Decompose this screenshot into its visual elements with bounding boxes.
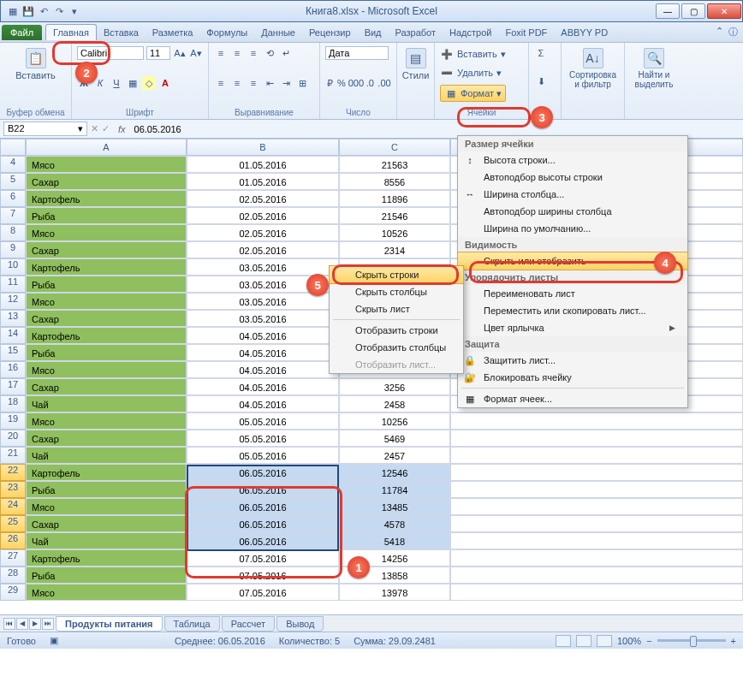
select-all-corner[interactable]: [0, 139, 26, 156]
comma-icon[interactable]: 000: [349, 76, 363, 90]
view-layout-icon[interactable]: [576, 635, 591, 647]
submenu-show-sheet[interactable]: Отобразить лист...: [330, 356, 463, 373]
delete-cells-button[interactable]: ➖Удалить ▾: [440, 65, 523, 80]
paste-button[interactable]: 📋 Вставить: [5, 46, 66, 82]
cell[interactable]: Картофель: [26, 190, 187, 207]
cell[interactable]: 03.05.2016: [187, 258, 339, 276]
cell[interactable]: 03.05.2016: [187, 310, 339, 327]
cell-empty[interactable]: [450, 567, 743, 584]
tab-insert[interactable]: Вставка: [97, 25, 146, 40]
menu-move-sheet[interactable]: Переместить или скопировать лист...: [458, 302, 687, 319]
sheet-nav-next-icon[interactable]: ▶: [29, 618, 41, 630]
col-header-a[interactable]: A: [26, 139, 187, 156]
submenu-hide-rows[interactable]: Скрыть строки: [329, 265, 464, 284]
font-size-input[interactable]: [146, 46, 170, 60]
submenu-show-rows[interactable]: Отобразить строки: [330, 322, 463, 339]
cell[interactable]: Чай: [26, 532, 187, 549]
macro-record-icon[interactable]: ▣: [50, 635, 58, 646]
format-cells-button[interactable]: ▦Формат ▾: [440, 84, 523, 103]
cell[interactable]: 04.05.2016: [187, 344, 339, 361]
row-header[interactable]: 16: [0, 361, 26, 378]
cell[interactable]: 3256: [339, 378, 450, 395]
cell-empty[interactable]: [450, 532, 743, 549]
inc-decimal-icon[interactable]: .0: [366, 76, 375, 90]
row-header[interactable]: 18: [0, 395, 26, 412]
row-header[interactable]: 4: [0, 156, 26, 173]
submenu-hide-sheet[interactable]: Скрыть лист: [330, 300, 463, 317]
formula-input[interactable]: 06.05.2016: [134, 124, 740, 134]
cell[interactable]: 10526: [339, 224, 450, 241]
cell[interactable]: Рыба: [26, 567, 187, 584]
cell[interactable]: Чай: [26, 447, 187, 464]
orientation-icon[interactable]: ⟲: [263, 46, 276, 60]
row-header[interactable]: 29: [0, 584, 26, 601]
align-right-icon[interactable]: ≡: [247, 76, 260, 90]
cell[interactable]: Мясо: [26, 584, 187, 601]
cell[interactable]: 8556: [339, 173, 450, 190]
col-header-b[interactable]: B: [187, 139, 339, 156]
cell[interactable]: 02.05.2016: [187, 207, 339, 224]
cell-empty[interactable]: [450, 430, 743, 447]
menu-tab-color[interactable]: Цвет ярлычка▶: [458, 319, 687, 336]
cell[interactable]: 2314: [339, 241, 450, 258]
cell[interactable]: 11784: [339, 481, 450, 498]
cell[interactable]: Мясо: [26, 412, 187, 430]
cell[interactable]: 4578: [339, 515, 450, 532]
redo-icon[interactable]: ↷: [52, 4, 66, 18]
row-header[interactable]: 13: [0, 310, 26, 327]
cell[interactable]: 02.05.2016: [187, 190, 339, 207]
cell[interactable]: Сахар: [26, 173, 187, 190]
cell[interactable]: Картофель: [26, 258, 187, 276]
indent-inc-icon[interactable]: ⇥: [279, 76, 293, 90]
row-header[interactable]: 24: [0, 498, 26, 515]
cell-empty[interactable]: [450, 515, 743, 532]
cell[interactable]: Мясо: [26, 498, 187, 515]
row-header[interactable]: 27: [0, 549, 26, 567]
currency-icon[interactable]: ₽: [325, 76, 334, 90]
sheet-tab-2[interactable]: Рассчет: [222, 616, 276, 632]
insert-cells-button[interactable]: ➕Вставить ▾: [440, 46, 523, 62]
sheet-tab-1[interactable]: Таблица: [164, 616, 220, 632]
tab-formulas[interactable]: Формулы: [199, 25, 254, 40]
menu-protect-sheet[interactable]: 🔒Защитить лист...: [458, 352, 687, 369]
cell[interactable]: 21563: [339, 156, 450, 173]
cell[interactable]: Сахар: [26, 430, 187, 447]
row-header[interactable]: 19: [0, 412, 26, 430]
cell[interactable]: Картофель: [26, 327, 187, 344]
merge-icon[interactable]: ⊞: [295, 76, 309, 90]
row-header[interactable]: 11: [0, 276, 26, 293]
cell[interactable]: Сахар: [26, 515, 187, 532]
row-header[interactable]: 20: [0, 430, 26, 447]
close-button[interactable]: ✕: [707, 3, 741, 19]
row-header[interactable]: 23: [0, 481, 26, 498]
tab-abbyy[interactable]: ABBYY PD: [554, 25, 615, 40]
cell[interactable]: Мясо: [26, 156, 187, 173]
font-color-icon[interactable]: A: [158, 76, 172, 90]
decrease-font-icon[interactable]: A▾: [189, 46, 203, 60]
menu-col-width[interactable]: ↔Ширина столбца...: [458, 186, 687, 203]
cell[interactable]: 2458: [339, 395, 450, 412]
cell[interactable]: Сахар: [26, 310, 187, 327]
row-header[interactable]: 7: [0, 207, 26, 224]
cancel-icon[interactable]: ✕: [91, 123, 98, 134]
help-icon[interactable]: ⓘ: [728, 26, 738, 39]
cell[interactable]: 06.05.2016: [187, 481, 339, 498]
zoom-level[interactable]: 100%: [617, 636, 641, 646]
cell[interactable]: 12546: [339, 464, 450, 481]
underline-icon[interactable]: Ч: [110, 76, 123, 90]
cell[interactable]: 06.05.2016: [187, 532, 339, 549]
align-middle-icon[interactable]: ≡: [230, 46, 244, 60]
menu-lock-cell[interactable]: 🔐Блокировать ячейку: [458, 369, 687, 386]
cell[interactable]: 05.05.2016: [187, 430, 339, 447]
cell[interactable]: 04.05.2016: [187, 361, 339, 378]
menu-autofit-col[interactable]: Автоподбор ширины столбца: [458, 203, 687, 220]
tab-view[interactable]: Вид: [358, 25, 389, 40]
submenu-hide-cols[interactable]: Скрыть столбцы: [330, 283, 463, 300]
autosum-icon[interactable]: Σ: [534, 46, 548, 60]
minimize-ribbon-icon[interactable]: ⌃: [716, 26, 723, 39]
fill-color-icon[interactable]: ◇: [142, 76, 156, 90]
row-header[interactable]: 8: [0, 224, 26, 241]
save-icon[interactable]: 💾: [21, 4, 35, 18]
indent-dec-icon[interactable]: ⇤: [263, 76, 276, 90]
menu-autofit-row[interactable]: Автоподбор высоты строки: [458, 169, 687, 186]
